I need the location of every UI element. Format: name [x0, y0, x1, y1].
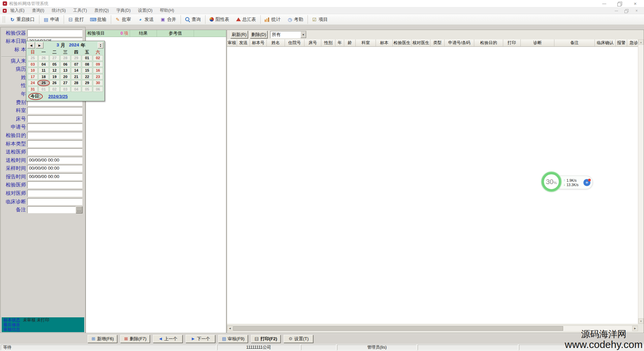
- menu-item[interactable]: 设置(O): [134, 8, 156, 13]
- column-header[interactable]: 住院号: [285, 39, 304, 47]
- column-header[interactable]: 核对医生: [412, 39, 430, 47]
- column-header[interactable]: 打印: [503, 39, 521, 47]
- action-button[interactable]: 打印(F2): [251, 335, 281, 343]
- scroll-up-icon[interactable]: ▲: [638, 39, 644, 45]
- calendar-day[interactable]: 25: [28, 55, 38, 61]
- menu-item[interactable]: 帮助(H): [156, 8, 178, 13]
- restore-icon[interactable]: [617, 1, 622, 6]
- column-header[interactable]: 科室: [356, 39, 376, 47]
- calendar-day[interactable]: 19: [50, 74, 60, 80]
- field-input[interactable]: [27, 132, 83, 139]
- scroll-left-icon[interactable]: ◀: [227, 326, 233, 331]
- column-header[interactable]: 类型: [430, 39, 445, 47]
- calendar-day[interactable]: 03: [60, 86, 70, 92]
- column-header[interactable]: 标本: [376, 39, 393, 47]
- calendar-day[interactable]: 02: [50, 86, 60, 92]
- field-input[interactable]: [27, 140, 83, 147]
- calendar-day[interactable]: 29: [82, 80, 92, 86]
- menu-item[interactable]: 工具(T): [69, 8, 91, 13]
- calendar-day[interactable]: 24: [28, 80, 38, 86]
- column-header[interactable]: 备注: [554, 39, 595, 47]
- field-input[interactable]: [27, 115, 83, 122]
- toolbar-button[interactable]: 合并: [157, 15, 180, 24]
- calendar-day[interactable]: 15: [82, 68, 92, 73]
- action-button[interactable]: 删除(F7): [120, 335, 150, 343]
- calendar-day[interactable]: 04: [71, 86, 81, 92]
- calendar-day[interactable]: 30: [93, 80, 103, 86]
- calendar-day[interactable]: 06: [60, 62, 70, 67]
- field-input[interactable]: [27, 190, 83, 197]
- column-header[interactable]: 申请号/条码: [445, 39, 474, 47]
- calendar-day[interactable]: 26: [38, 55, 49, 61]
- toolbar-button[interactable]: 阳性表: [205, 15, 233, 24]
- field-input[interactable]: [27, 107, 83, 114]
- column-header[interactable]: 诊断: [521, 39, 554, 47]
- calendar-day[interactable]: 05: [50, 62, 60, 67]
- mdi-close-icon[interactable]: ×: [635, 9, 639, 12]
- menu-item[interactable]: 输入(E): [7, 8, 28, 13]
- vertical-scrollbar[interactable]: ▲ ▼: [638, 39, 644, 324]
- calendar-day[interactable]: 03: [28, 62, 38, 67]
- calendar-day[interactable]: 11: [38, 68, 49, 73]
- close-icon[interactable]: ×: [633, 1, 638, 6]
- field-input[interactable]: [27, 124, 83, 131]
- mdi-minimize-icon[interactable]: [614, 9, 618, 12]
- calendar-day[interactable]: 17: [28, 74, 38, 80]
- field-input[interactable]: [27, 206, 76, 213]
- calendar-day[interactable]: 13: [60, 68, 70, 73]
- column-header[interactable]: 检验目的: [474, 39, 503, 47]
- scroll-down-icon[interactable]: ▼: [638, 318, 644, 324]
- calendar-day[interactable]: 10: [28, 68, 38, 73]
- calendar-day[interactable]: 12: [50, 68, 60, 73]
- next-month-icon[interactable]: ▶: [36, 42, 43, 48]
- year-spinner[interactable]: ▲▼: [98, 42, 103, 48]
- calendar-day[interactable]: 21: [71, 74, 81, 80]
- mdi-restore-icon[interactable]: [624, 9, 629, 12]
- menu-item[interactable]: 查询(I): [28, 8, 48, 13]
- field-input[interactable]: 00/00/00 00:00: [27, 173, 83, 180]
- scrollbar-thumb[interactable]: [233, 326, 563, 331]
- calendar-day[interactable]: 29: [71, 55, 81, 61]
- calendar-day[interactable]: 28: [71, 80, 81, 86]
- field-input[interactable]: 00/00/00 00:00: [27, 157, 83, 164]
- filter-dropdown[interactable]: 所有 ▼: [270, 31, 307, 38]
- toolbar-button[interactable]: 批打: [64, 15, 87, 24]
- calendar-day[interactable]: 20: [60, 74, 70, 80]
- calendar-day[interactable]: 04: [38, 62, 49, 67]
- menu-item[interactable]: 统计(S): [48, 8, 69, 13]
- column-header[interactable]: 龄: [344, 39, 356, 47]
- column-header[interactable]: 姓名: [267, 39, 285, 47]
- calendar-day[interactable]: 16: [93, 68, 103, 73]
- calendar-day[interactable]: 05: [82, 86, 92, 92]
- column-header[interactable]: 检验医生: [393, 39, 412, 47]
- action-button[interactable]: 上一个: [153, 335, 183, 343]
- column-header[interactable]: 报警: [616, 39, 627, 47]
- calendar-day[interactable]: 27: [50, 55, 60, 61]
- toolbar-button[interactable]: 项目: [308, 15, 331, 24]
- calendar-day[interactable]: 02: [93, 55, 103, 61]
- prev-month-icon[interactable]: ◀: [27, 42, 35, 48]
- toolbar-button[interactable]: 查询: [181, 15, 204, 24]
- action-button[interactable]: 审核(F9): [218, 335, 248, 343]
- field-input[interactable]: [27, 148, 83, 155]
- column-header[interactable]: 临床确认: [595, 39, 616, 47]
- calendar-day[interactable]: 28: [60, 55, 70, 61]
- calendar-day[interactable]: 22: [82, 74, 92, 80]
- column-header[interactable]: 急诊: [627, 39, 638, 47]
- minimize-icon[interactable]: [602, 1, 607, 6]
- toolbar-button[interactable]: 批审: [111, 15, 134, 24]
- field-input[interactable]: [27, 198, 83, 205]
- dropdown-arrow-icon[interactable]: ▼: [300, 31, 306, 38]
- calendar-day[interactable]: 08: [82, 62, 92, 67]
- test-items-list[interactable]: [86, 37, 226, 340]
- toolbar-button[interactable]: 考勤: [284, 15, 307, 24]
- menu-item[interactable]: 质控(Q): [91, 8, 112, 13]
- field-input[interactable]: 00/00/00 00:00: [27, 165, 83, 172]
- calendar-day[interactable]: 18: [38, 74, 49, 80]
- action-button[interactable]: 新增(F6): [88, 335, 117, 343]
- calendar-day[interactable]: 07: [71, 62, 81, 67]
- toolbar-button[interactable]: 统计: [260, 15, 284, 24]
- menu-item[interactable]: 字典(D): [112, 8, 134, 13]
- calendar-day[interactable]: 01: [82, 55, 92, 61]
- column-header[interactable]: 年: [335, 39, 344, 47]
